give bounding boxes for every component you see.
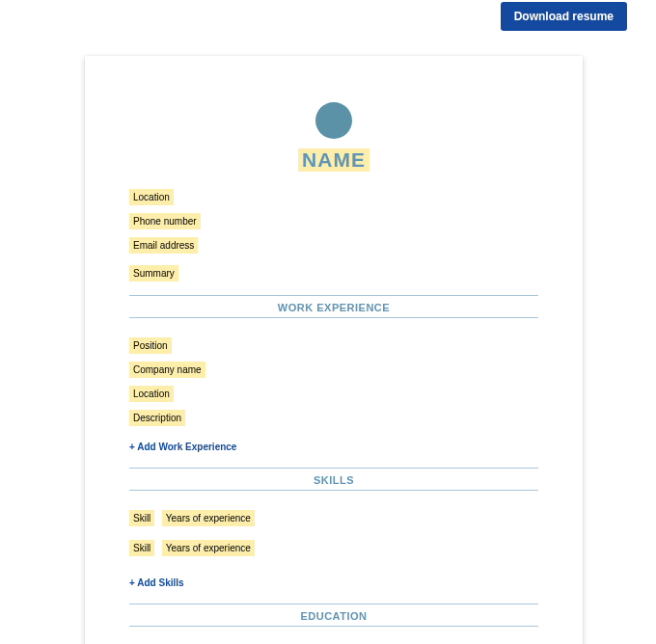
summary-field[interactable]: Summary (129, 265, 178, 282)
name-row: NAME (129, 148, 538, 172)
skill-years-field[interactable]: Years of experience (162, 510, 255, 526)
avatar-placeholder[interactable] (315, 102, 352, 139)
topbar: Download resume (501, 0, 627, 31)
divider (129, 468, 538, 469)
skill-name-field[interactable]: Skill (129, 510, 154, 526)
work-experience-heading: WORK EXPERIENCE (129, 302, 538, 313)
email-field[interactable]: Email address (129, 237, 198, 254)
phone-field[interactable]: Phone number (129, 213, 201, 229)
skill-name-field[interactable]: Skill (129, 540, 154, 556)
education-heading: EDUCATION (129, 610, 538, 622)
divider (129, 604, 538, 604)
skill-row: Skill Years of experience (129, 508, 538, 526)
work-company-field[interactable]: Company name (129, 362, 205, 378)
divider (129, 317, 538, 318)
divider (129, 295, 538, 296)
skills-heading: SKILLS (129, 474, 538, 486)
divider (129, 490, 538, 491)
name-field[interactable]: NAME (298, 148, 369, 172)
work-position-field[interactable]: Position (129, 337, 172, 354)
resume-page: NAME Location Phone number Email address… (85, 56, 583, 644)
add-work-experience-link[interactable]: + Add Work Experience (129, 442, 236, 452)
work-location-field[interactable]: Location (129, 386, 174, 402)
skill-row: Skill Years of experience (129, 538, 538, 556)
divider (129, 626, 538, 627)
skill-years-field[interactable]: Years of experience (162, 540, 255, 556)
location-field[interactable]: Location (129, 189, 174, 205)
work-description-field[interactable]: Description (129, 410, 185, 426)
download-resume-button[interactable]: Download resume (501, 2, 627, 31)
add-skills-link[interactable]: + Add Skills (129, 577, 184, 588)
